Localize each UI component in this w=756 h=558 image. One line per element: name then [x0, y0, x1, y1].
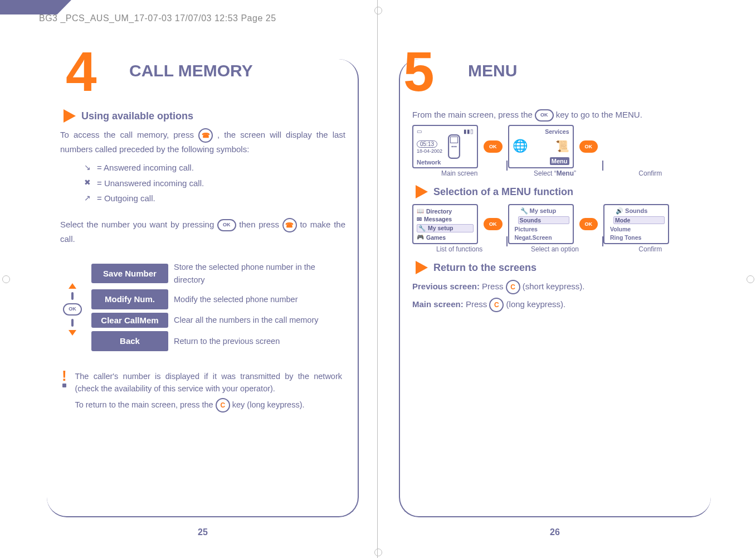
svg-point-2 — [451, 146, 453, 148]
screen-thumb-options: 🔧 My setup Sounds Pictures Negat.Screen — [508, 204, 574, 244]
signal-icon: ▮▮▯ — [464, 128, 474, 134]
option-label: Modify Num. — [91, 289, 168, 309]
arrow-up-icon — [69, 283, 76, 289]
section-title: Using available options — [81, 110, 193, 122]
outgoing-call-icon: ↗ — [82, 193, 92, 202]
caption: Confirm — [603, 169, 698, 177]
call-type-legend: ↘= Answered incoming call. ✖= Unanswered… — [82, 161, 345, 205]
triangle-bullet-icon — [64, 109, 76, 123]
c-key-icon: C — [506, 280, 520, 294]
games-icon: 🎮 — [417, 234, 424, 241]
pdf-header: BG3 _PCS_AUS_UM_17-07-03 17/07/03 12:53 … — [39, 13, 276, 23]
scroll-icon: 📜 — [555, 139, 569, 153]
ok-key-icon: OK — [217, 219, 236, 231]
svg-point-4 — [455, 146, 457, 148]
option-desc: Store the selected phone number in the d… — [174, 261, 345, 286]
setup-icon: 🔧 — [520, 207, 528, 214]
ok-key-icon: OK — [63, 303, 82, 316]
screen-thumb-confirm: 🔊 Sounds Mode Volume Ring Tones — [603, 204, 669, 244]
directory-icon: 📖 — [417, 207, 424, 215]
section-title: Selection of a MENU function — [433, 186, 573, 198]
services-label: Services — [545, 128, 569, 135]
arrow-down-icon — [69, 330, 76, 336]
option-label: Back — [91, 331, 168, 351]
caption: Select “Menu” — [508, 169, 602, 177]
network-label: Network — [417, 159, 474, 166]
c-key-icon: C — [489, 298, 504, 312]
call-key-icon: ☎ — [198, 128, 213, 143]
triangle-bullet-icon — [416, 261, 428, 274]
scroll-indicator: OK — [60, 261, 85, 336]
crop-target-icon — [374, 7, 382, 14]
section-heading: Selection of a MENU function — [416, 185, 698, 198]
ok-key-icon: OK — [484, 140, 503, 153]
legend-text: = Answered incoming call. — [97, 161, 194, 174]
tip-box: ! The caller's number is displayed if it… — [60, 370, 345, 413]
options-block: OK Save Number Store the selected phone … — [60, 261, 345, 351]
page-26: 55 MENU From the main screen, press the … — [399, 49, 711, 534]
option-row: Back Return to the previous screen — [91, 331, 345, 351]
menu-label: Menu — [550, 157, 569, 165]
section-heading: Using available options — [64, 109, 345, 123]
caption: Main screen — [412, 169, 506, 177]
call-key-icon: ☎ — [282, 218, 297, 232]
crop-target-icon — [374, 549, 382, 556]
ok-key-icon: OK — [484, 218, 503, 230]
svg-point-3 — [453, 146, 455, 148]
chapter-number: 44 — [66, 49, 97, 94]
flow-captions: Main screen Select “Menu” Confirm — [412, 169, 698, 177]
sounds-icon: 🔊 — [616, 207, 623, 214]
missed-call-icon: ✖ — [82, 178, 92, 187]
globe-icon: 🌐 — [513, 139, 528, 153]
crop-target-icon — [747, 275, 754, 283]
intro-paragraph: From the main screen, press the OK key t… — [412, 108, 698, 122]
select-paragraph: Select the number you want by pressing O… — [60, 218, 345, 245]
crop-target-icon — [2, 275, 10, 283]
menu-flow-2: 📖Directory ✉Messages 🔧My setup 🎮Games OK… — [412, 204, 698, 244]
tip-text: To return to the main screen, press the … — [75, 398, 342, 413]
screen-thumb-functions: 📖Directory ✉Messages 🔧My setup 🎮Games — [412, 204, 478, 244]
tip-text: The caller's number is displayed if it w… — [75, 370, 342, 395]
option-desc: Modify the selected phone number — [174, 293, 345, 305]
triangle-bullet-icon — [416, 185, 428, 198]
chapter-title: CALL MEMORY — [129, 61, 253, 80]
phone-icon — [446, 134, 462, 159]
chapter-number: 55 — [403, 49, 435, 94]
answered-call-icon: ↘ — [82, 163, 92, 172]
caption: Select an option — [508, 245, 602, 253]
page-gutter-line — [377, 0, 378, 558]
screen-thumb-menu: Services 🌐 📜 Menu — [508, 125, 574, 168]
page-25: 44 CALL MEMORY Using available options T… — [47, 49, 359, 534]
option-row: Clear CallMem Clear all the numbers in t… — [91, 313, 345, 328]
ok-key-icon: OK — [535, 109, 554, 122]
setup-icon: 🔧 — [418, 225, 426, 232]
option-row: Save Number Store the selected phone num… — [91, 261, 345, 286]
option-desc: Return to the previous screen — [174, 335, 345, 347]
battery-icon: ▭ — [417, 128, 422, 134]
menu-flow-1: ▭▮▮▯ 05:13 18-04-2002 Network OK Service… — [412, 125, 698, 168]
ok-key-icon: OK — [579, 140, 598, 153]
prev-screen-line: Previous screen: Press C (short keypress… — [412, 280, 698, 294]
legend-text: = Unanswered incoming call. — [97, 177, 204, 190]
date-value: 18-04-2002 — [417, 148, 442, 154]
option-label: Save Number — [91, 264, 168, 283]
option-desc: Clear all the numbers in the call memory — [174, 314, 345, 326]
flow-captions: List of functions Select an option Confi… — [412, 245, 698, 253]
exclamation-icon: ! — [60, 370, 68, 413]
caption: List of functions — [412, 245, 506, 253]
chapter-title: MENU — [468, 61, 517, 80]
main-screen-line: Main screen: Press C (long keypress). — [412, 298, 698, 312]
page-number: 26 — [550, 527, 560, 537]
svg-rect-1 — [450, 137, 457, 143]
page-number: 25 — [198, 527, 208, 537]
option-row: Modify Num. Modify the selected phone nu… — [91, 289, 345, 309]
clock-value: 05:13 — [417, 140, 437, 148]
caption: Confirm — [603, 245, 698, 253]
intro-paragraph: To access the call memory, press ☎ , the… — [60, 128, 345, 156]
section-title: Return to the screens — [433, 262, 536, 274]
messages-icon: ✉ — [417, 216, 422, 222]
legend-text: = Outgoing call. — [97, 192, 155, 205]
corner-flap — [0, 0, 71, 14]
option-label: Clear CallMem — [91, 313, 168, 328]
c-key-icon: C — [216, 398, 230, 413]
